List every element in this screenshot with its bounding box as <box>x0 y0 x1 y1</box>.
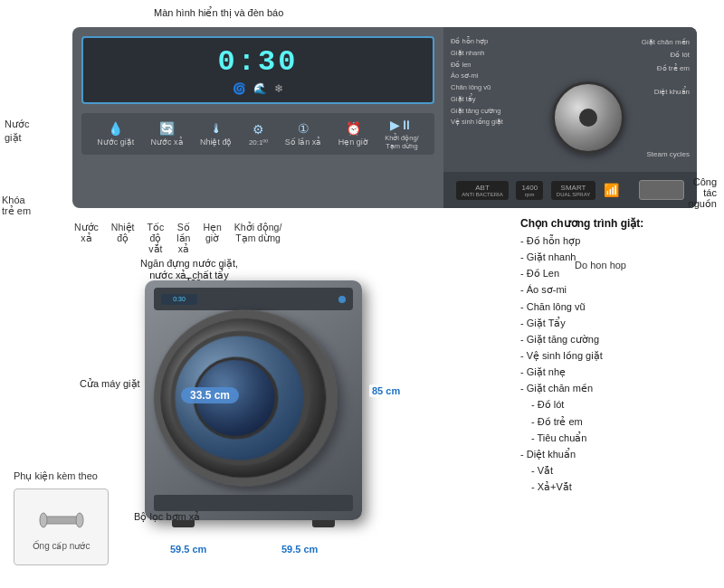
speed-icon: ⚙ <box>252 122 264 137</box>
ann-khoi-dong: Khởi động/Tạm dừng <box>234 222 282 254</box>
phu-kien-text: Phụ kiện kèm theo <box>14 470 98 481</box>
pipe-svg <box>39 503 84 539</box>
panel-right: Đồ hỗn hợp Giặt nhanh Đồ len Áo sơ-mi Ch… <box>443 27 697 208</box>
control-toc-do[interactable]: ⚙ 20:1⁰⁰ <box>249 122 269 147</box>
prog-right-label-3: Đồ trẻ em <box>642 62 690 75</box>
nuoc-giat-text: Nướcgiặt <box>5 119 29 143</box>
label-cua-may-giat: Cửa máy giặt <box>80 378 140 390</box>
program-right-labels: Giặt chăn mền Đồ lót Đồ trẻ em Diệt khuẩ… <box>642 36 690 100</box>
control-label-6: Hẹn giờ <box>338 138 368 147</box>
svg-point-31 <box>40 513 47 527</box>
prog-right-label-2: Đồ lót <box>642 49 690 62</box>
control-label-7: Khởi động/Tạm dừng <box>385 134 419 150</box>
steam-label: Steam cycles <box>646 150 690 158</box>
control-hen-gio[interactable]: ⏰ Hẹn giờ <box>338 121 368 147</box>
timer-icon: ⏰ <box>346 121 361 136</box>
badge-rpm-line2: rpm <box>521 192 538 197</box>
machine-body: 0:30 33.5 cm <box>145 280 362 520</box>
prog-label-8: Vệ sinh lồng giặt <box>451 117 503 128</box>
machine-top-strip: 0:30 <box>154 288 353 310</box>
mini-display: 0:30 <box>161 294 197 305</box>
ann-so-lan: Sốlầnxả <box>176 222 190 254</box>
svg-rect-29 <box>43 517 80 524</box>
prog-item-1: - Đồ hỗn hợp <box>520 232 710 249</box>
ann-nuoc-xa: Nướcxả <box>74 222 99 254</box>
badge-rpm: 1400 rpm <box>516 181 543 200</box>
badge-smart: SMART DUAL SPRAY <box>551 181 595 200</box>
control-so-lan[interactable]: ① Số lần xả <box>285 121 322 147</box>
washing-machine: 0:30 33.5 cm <box>118 267 371 529</box>
count-icon: ① <box>298 121 310 136</box>
knob-center <box>579 109 597 127</box>
prog-item-11: - Đồ lót <box>520 396 710 413</box>
prog-item-16: - Xả+Vắt <box>520 479 710 495</box>
foot-right <box>312 520 335 527</box>
prog-item-8: - Vệ sinh lồng giặt <box>520 347 710 364</box>
control-label-4: 20:1⁰⁰ <box>249 138 269 147</box>
label-do-hon-hop: Do hon hop <box>575 260 626 270</box>
control-label-5: Số lần xả <box>285 138 322 147</box>
badge-smart-line1: SMART <box>557 184 590 192</box>
prog-item-7: - Giặt tăng cường <box>520 331 710 347</box>
control-panel: 0:30 🌀 🌊 ❄ 💧 Nước giặt 🔄 Nước xả <box>72 27 697 208</box>
prog-label-5: Chăn lông vũ <box>451 82 503 94</box>
display-icon-1: 🌀 <box>233 82 246 95</box>
ong-cap-nuoc-label: Ống cấp nước <box>33 541 90 551</box>
indicator-light <box>338 296 346 303</box>
prog-item-14: - Diệt khuẩn <box>520 446 710 462</box>
prog-item-15: - Vắt <box>520 462 710 479</box>
door-measurement: 33.5 cm <box>181 387 239 403</box>
cua-text: Cửa máy giặt <box>80 378 140 389</box>
label-phu-kien: Phụ kiện kèm theo <box>14 470 98 482</box>
label-man-hinh: Màn hình hiển thị và đèn báo <box>154 7 283 19</box>
prog-item-6: - Giặt Tẩy <box>520 315 710 331</box>
prog-label-6: Giặt tẩy <box>451 94 503 106</box>
control-nước-xả[interactable]: 🔄 Nước xả <box>151 121 184 147</box>
program-left-labels: Đồ hỗn hợp Giặt nhanh Đồ len Áo sơ-mi Ch… <box>451 36 503 128</box>
label-cong-tac: Côngtácnguồn <box>689 176 717 210</box>
ann-toc-do: Tốcđộvắt <box>148 222 165 254</box>
water-wash-icon: 💧 <box>108 121 123 136</box>
ann-nhiet-do: Nhiệtđộ <box>111 222 135 254</box>
steam-text: Steam cycles <box>646 150 690 158</box>
label-bo-loc: Bộ lọc bơm xả <box>134 511 200 523</box>
bottom-strip: ABT ANTI BACTERIA 1400 rpm SMART DUAL SP… <box>443 172 697 208</box>
label-nuoc-giat-side: Nướcgiặt <box>5 118 29 146</box>
control-nhiet-do[interactable]: 🌡 Nhiệt độ <box>200 121 233 147</box>
prog-item-12: - Đồ trẻ em <box>520 413 710 430</box>
water-rinse-icon: 🔄 <box>159 121 175 136</box>
programs-list: - Đồ hỗn hợp - Giặt nhanh - Đồ Len - Áo … <box>520 232 710 495</box>
dimension-width2: 59.5 cm <box>279 543 320 555</box>
prog-item-13: - Tiêu chuẩn <box>520 430 710 446</box>
program-knob-area <box>552 81 624 154</box>
play-pause-icon: ▶⏸ <box>390 118 413 132</box>
svg-point-30 <box>76 513 83 527</box>
time-display: 0:30 <box>218 45 299 79</box>
control-start-pause[interactable]: ▶⏸ Khởi động/Tạm dừng <box>385 118 419 150</box>
prog-item-4: - Áo sơ-mi <box>520 281 710 298</box>
badge-abt-line2: ANTI BACTERIA <box>462 192 502 197</box>
dimension-width1: 59.5 cm <box>167 543 209 555</box>
prog-right-label-4: Diệt khuẩn <box>642 86 690 99</box>
bo-loc-text: Bộ lọc bơm xả <box>134 511 200 522</box>
prog-label-4: Áo sơ-mi <box>451 71 503 82</box>
display-icon-2: 🌊 <box>253 82 267 95</box>
prog-item-5: - Chăn lông vũ <box>520 299 710 315</box>
control-nước-giặt[interactable]: 💧 Nước giặt <box>97 121 134 147</box>
prog-item-9: - Giặt nhẹ <box>520 364 710 380</box>
display-area: 0:30 🌀 🌊 ❄ <box>81 36 434 104</box>
wifi-icon: 📶 <box>604 183 619 197</box>
display-icon-3: ❄ <box>274 82 283 95</box>
control-label-3: Nhiệt độ <box>200 138 233 147</box>
prog-label-3: Đồ len <box>451 60 503 71</box>
panel-left: 0:30 🌀 🌊 ❄ 💧 Nước giặt 🔄 Nước xả <box>72 27 443 208</box>
accessories-box: Ống cấp nước <box>14 488 109 565</box>
programs-title: Chọn chương trình giặt: <box>520 217 710 230</box>
power-button[interactable] <box>639 180 684 200</box>
khoa-text: Khóatrẻ em <box>2 194 31 216</box>
prog-label-2: Giặt nhanh <box>451 48 503 60</box>
badge-abt-line1: ABT <box>462 184 502 192</box>
door-size-text: 33.5 cm <box>190 389 230 402</box>
program-knob[interactable] <box>552 81 624 154</box>
prog-item-10: - Giặt chăn mền <box>520 380 710 396</box>
